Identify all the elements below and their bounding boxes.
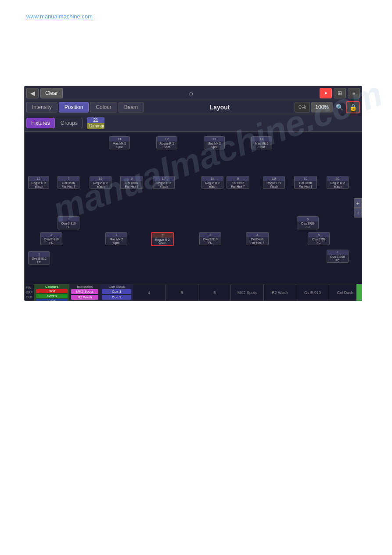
- bottom-cell-4[interactable]: 4: [133, 284, 165, 301]
- bottom-cell-r2wash[interactable]: R2 Wash: [264, 284, 296, 301]
- cue-label: CUE: [26, 296, 32, 299]
- dimmer-number: 21: [87, 117, 104, 123]
- cue3: Cue 3: [102, 301, 131, 301]
- fixture-19[interactable]: 19 Rogue R 2Wash: [263, 176, 285, 189]
- intensities-header: Intensities: [71, 285, 98, 289]
- menu-button[interactable]: ≡: [348, 88, 360, 98]
- intensity-mk2: MK2 Spots: [71, 289, 98, 294]
- bottom-bar: FIX GRP CUE Colours Red Green Blue Inten…: [25, 284, 362, 301]
- pct0-button[interactable]: 0%: [295, 102, 310, 112]
- fixtures-groups-row: Fixtures Groups 21 Dimmar: [25, 114, 362, 132]
- manual-link[interactable]: www.manualmachine.com: [26, 13, 93, 20]
- zoom-minus-button[interactable]: -: [354, 208, 362, 218]
- tab-intensity[interactable]: Intensity: [26, 102, 58, 112]
- dimmer-fixture[interactable]: 21 Dimmar: [87, 114, 104, 131]
- fixture-15[interactable]: 15 Rogue R 2Wash: [28, 176, 49, 189]
- cue1: Cue 1: [102, 289, 131, 294]
- toolbar: ◀ Clear ⌂ ● ⊞ ≡: [25, 86, 362, 100]
- back-button[interactable]: ◀: [26, 88, 39, 98]
- home-button[interactable]: ⌂: [185, 88, 197, 98]
- bottom-cell-6[interactable]: 6: [198, 284, 231, 301]
- fixture-1c[interactable]: 1 Ova E-910FC: [28, 251, 50, 265]
- cell4-label: 4: [148, 290, 150, 295]
- groups-button[interactable]: Groups: [56, 118, 83, 128]
- fixture-11[interactable]: 11 Mac Mk 2Spot: [109, 136, 130, 149]
- fixture-14[interactable]: 14 Mac Mk 2Spot: [251, 136, 272, 149]
- grid-button[interactable]: ⊞: [334, 88, 346, 98]
- ove910-label: Ov E-910: [304, 290, 321, 295]
- fixture-7[interactable]: 7 Col DashPar Hex 7: [58, 176, 79, 189]
- cuestack-cell[interactable]: Cue Stack Cue 1 Cue 2 Cue 3: [100, 284, 133, 301]
- fixture-18[interactable]: 18 Rogue R 2Wash: [201, 176, 223, 189]
- fixture-4a[interactable]: 4 Col DashPar Hex 7: [246, 232, 269, 245]
- colour-red: Red: [36, 289, 68, 293]
- zoom-controls: + -: [354, 198, 362, 218]
- bottom-cell-5[interactable]: 5: [166, 284, 198, 301]
- fixture-4b[interactable]: 4 Ova E-910FC: [327, 250, 349, 263]
- bottom-right-indicator: [356, 284, 362, 301]
- bottom-cell-ove910[interactable]: Ov E-910: [296, 284, 329, 301]
- pct100-button[interactable]: 100%: [311, 102, 333, 112]
- fixture-2b-selected[interactable]: 2 Rogue R 2Wash: [151, 232, 174, 246]
- fixture-12[interactable]: 12 Rogue R 2Spot: [156, 136, 177, 149]
- fixture-2a[interactable]: 2 Ova E-910FC: [40, 232, 62, 245]
- mk2-label: MK2 Spots: [237, 290, 257, 295]
- dimmer-name: Dimmar: [87, 123, 104, 129]
- r2wash-label: R2 Wash: [272, 290, 288, 295]
- colour-green: Green: [36, 294, 68, 298]
- fixture-20[interactable]: 20 Rogue R 2Wash: [327, 176, 349, 189]
- fixture-9[interactable]: 9 Col DashPar Hex 7: [227, 176, 249, 189]
- fixture-5a[interactable]: 5 Ova ERGFC: [308, 232, 330, 245]
- tab-beam[interactable]: Beam: [119, 102, 144, 112]
- cell6-label: 6: [213, 290, 216, 295]
- app-container: ◀ Clear ⌂ ● ⊞ ≡ Intensity Position Colou…: [24, 86, 362, 301]
- intensities-cell[interactable]: Intensities MK2 Spots R2 Wash Col Dash: [69, 284, 100, 301]
- lock-button[interactable]: 🔒: [346, 101, 360, 113]
- colours-cell[interactable]: Colours Red Green Blue: [34, 284, 69, 301]
- fixture-3b[interactable]: 3 Ova E 910FC: [199, 232, 221, 245]
- zoom-icon[interactable]: 🔍: [334, 102, 345, 112]
- cuestack-header: Cue Stack: [102, 285, 131, 289]
- layout-area: 11 Mac Mk 2Spot 12 Rogue R 2Spot 13 Mac …: [25, 132, 362, 283]
- cue2: Cue 2: [102, 295, 131, 300]
- fixture-16[interactable]: 16 Rogue R 2Wash: [90, 176, 111, 189]
- fixture-6a[interactable]: 6 Ova ERGFC: [297, 216, 319, 229]
- fixture-1b[interactable]: 1 Mac Mk 2Spot: [105, 232, 127, 245]
- intensity-coldash: Col Dash: [71, 301, 98, 301]
- record-button[interactable]: ●: [320, 88, 332, 98]
- fixture-13[interactable]: 13 Mac Mk 2Spot: [204, 136, 225, 149]
- grp-label: GRP: [26, 291, 32, 294]
- bottom-cell-mk2[interactable]: MK2 Spots: [231, 284, 263, 301]
- coldash-label: Col Dash: [337, 290, 353, 295]
- fixture-3a[interactable]: 3 Ova 6-910FC: [58, 216, 79, 229]
- fixture-17[interactable]: 17 Rogue R 2Wash: [153, 176, 175, 189]
- zoom-plus-button[interactable]: +: [354, 198, 362, 208]
- colour-blue: Blue: [36, 299, 68, 301]
- layout-title: Layout: [145, 104, 295, 111]
- fix-grp-cue-labels: FIX GRP CUE: [25, 284, 34, 301]
- tab-row: Intensity Position Colour Beam Layout 0%…: [25, 100, 362, 114]
- tab-colour[interactable]: Colour: [90, 102, 117, 112]
- tab-position[interactable]: Position: [59, 102, 89, 112]
- colours-header: Colours: [36, 285, 68, 289]
- intensity-r2wash: R2 Wash: [71, 295, 98, 300]
- clear-button[interactable]: Clear: [40, 88, 63, 98]
- fixture-8[interactable]: 8 Col KasoPar Hex 7: [120, 176, 143, 189]
- fixtures-button[interactable]: Fixtures: [26, 118, 55, 128]
- fixture-10[interactable]: 10 Col DashPar Hex 7: [294, 176, 317, 189]
- cell5-label: 5: [181, 290, 183, 295]
- fix-label: FIX: [26, 286, 32, 289]
